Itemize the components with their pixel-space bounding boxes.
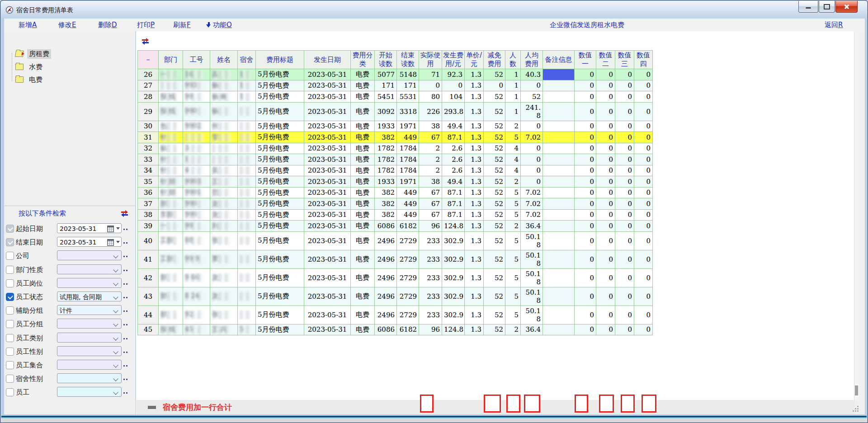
value-cell[interactable]: 71 (419, 69, 442, 80)
note-cell[interactable] (543, 80, 575, 91)
censored-cell[interactable]: 杨 (210, 80, 238, 91)
censored-cell[interactable]: 1 (238, 91, 256, 103)
value-cell[interactable]: 382 (375, 198, 397, 210)
row-number-cell[interactable]: 34 (138, 165, 159, 176)
row-number-cell[interactable]: 26 (138, 69, 159, 80)
table-row[interactable]: 26一16高15月份电费2023-05-31电费507751487192.31.… (138, 69, 653, 80)
extra-value-cell[interactable]: 0 (615, 209, 634, 221)
filter-select[interactable] (57, 278, 122, 288)
extra-value-cell[interactable]: 0 (615, 306, 634, 324)
value-cell[interactable]: 1.3 (465, 221, 484, 232)
fee-title-cell[interactable]: 5月份电费 (256, 176, 304, 188)
fee-title-cell[interactable]: 5月份电费 (256, 250, 304, 268)
column-header[interactable]: 备注信息 (543, 51, 575, 69)
censored-cell[interactable] (238, 165, 256, 176)
censored-cell[interactable] (159, 80, 183, 91)
value-cell[interactable]: 0 (521, 80, 543, 91)
extra-value-cell[interactable]: 0 (596, 91, 615, 103)
value-cell[interactable]: 52 (484, 268, 505, 287)
note-cell[interactable] (543, 187, 575, 198)
more-options-icon[interactable] (123, 379, 129, 381)
table-row[interactable]: 29报 线990杨5月份电费2023-05-31电费30923318226293… (138, 102, 653, 121)
value-cell[interactable]: 50.18 (521, 231, 543, 250)
more-options-icon[interactable] (123, 365, 129, 367)
extra-value-cell[interactable]: 0 (575, 209, 596, 221)
value-cell[interactable]: 0 (419, 80, 442, 91)
category-cell[interactable]: 电费 (351, 154, 375, 165)
value-cell[interactable]: 87.1 (442, 198, 465, 210)
more-options-icon[interactable] (123, 270, 129, 272)
date-cell[interactable]: 2023-05-31 (304, 91, 351, 103)
category-cell[interactable]: 电费 (351, 250, 375, 268)
row-number-cell[interactable]: 29 (138, 102, 159, 121)
note-cell[interactable] (543, 198, 575, 210)
value-cell[interactable]: 1.3 (465, 143, 484, 154)
value-cell[interactable]: 52 (484, 187, 505, 198)
column-header[interactable]: 数值二 (596, 51, 615, 69)
value-cell[interactable]: 2.6 (442, 154, 465, 165)
filter-checkbox[interactable] (6, 306, 14, 315)
tree-item-rent-fee[interactable]: 房租费 (15, 49, 51, 59)
value-cell[interactable]: 5 (505, 268, 521, 287)
value-cell[interactable]: 302.9 (442, 306, 465, 324)
value-cell[interactable]: 3092 (375, 102, 397, 121)
filter-select[interactable]: 试用期, 合同期 (57, 291, 122, 301)
extra-value-cell[interactable]: 0 (575, 306, 596, 324)
value-cell[interactable]: 52 (484, 221, 505, 232)
note-cell[interactable] (543, 91, 575, 103)
table-row[interactable]: 40工部88张5月份电费2023-05-31电费24962729233302.9… (138, 231, 653, 250)
table-row[interactable]: 28报 线99杨 春15月份电费2023-05-31电费545155318010… (138, 91, 653, 103)
table-row[interactable]: 31针零5月份电费2023-05-31电费3824496787.11.35257… (138, 132, 653, 143)
date-cell[interactable]: 2023-05-31 (304, 132, 351, 143)
extra-value-cell[interactable]: 0 (615, 250, 634, 268)
filter-select[interactable] (57, 387, 122, 397)
value-cell[interactable]: 2 (505, 324, 521, 335)
extra-value-cell[interactable]: 0 (575, 132, 596, 143)
value-cell[interactable]: 52 (484, 306, 505, 324)
chevron-down-icon[interactable] (113, 294, 118, 299)
extra-value-cell[interactable]: 0 (575, 91, 596, 103)
value-cell[interactable]: 1.3 (465, 132, 484, 143)
censored-cell[interactable]: 9901 (183, 187, 210, 198)
censored-cell[interactable]: 99 (183, 91, 210, 103)
value-cell[interactable]: 1.3 (465, 287, 484, 306)
censored-cell[interactable]: 吴 (210, 165, 238, 176)
extra-value-cell[interactable]: 0 (634, 187, 653, 198)
value-cell[interactable]: 2 (505, 121, 521, 132)
row-number-cell[interactable]: 27 (138, 80, 159, 91)
value-cell[interactable]: 1782 (375, 143, 397, 154)
extra-value-cell[interactable]: 0 (634, 102, 653, 121)
value-cell[interactable]: 0 (484, 80, 505, 91)
category-cell[interactable]: 电费 (351, 324, 375, 335)
value-cell[interactable]: 449 (397, 132, 419, 143)
value-cell[interactable]: 52 (484, 91, 505, 103)
note-cell[interactable] (543, 165, 575, 176)
censored-cell[interactable]: 92 (183, 306, 210, 324)
row-number-cell[interactable]: 42 (138, 268, 159, 287)
value-cell[interactable]: 1.3 (465, 187, 484, 198)
censored-cell[interactable] (238, 209, 256, 221)
extra-value-cell[interactable]: 0 (615, 91, 634, 103)
censored-cell[interactable]: 报 线 (159, 102, 183, 121)
value-cell[interactable]: 6182 (397, 221, 419, 232)
vertical-scrollbar[interactable] (854, 31, 859, 400)
censored-cell[interactable]: 部 (159, 287, 183, 306)
censored-cell[interactable]: 车部 (159, 209, 183, 221)
value-cell[interactable]: 1.3 (465, 80, 484, 91)
value-cell[interactable]: 38 (419, 176, 442, 188)
extra-value-cell[interactable]: 0 (634, 268, 653, 287)
fee-title-cell[interactable]: 5月份电费 (256, 154, 304, 165)
column-header[interactable]: 人均费用 (521, 51, 543, 69)
extra-value-cell[interactable]: 0 (634, 287, 653, 306)
category-cell[interactable]: 电费 (351, 143, 375, 154)
date-cell[interactable]: 2023-05-31 (304, 221, 351, 232)
table-row[interactable]: 27993杨15月份电费2023-05-31电费171171001.301000… (138, 80, 653, 91)
row-number-cell[interactable]: 38 (138, 209, 159, 221)
fee-title-cell[interactable]: 5月份电费 (256, 91, 304, 103)
category-cell[interactable]: 电费 (351, 69, 375, 80)
column-header[interactable]: 结束读数 (397, 51, 419, 69)
chevron-down-icon[interactable] (113, 335, 118, 340)
value-cell[interactable]: 52 (484, 250, 505, 268)
extra-value-cell[interactable]: 0 (615, 154, 634, 165)
value-cell[interactable]: 1.3 (465, 121, 484, 132)
